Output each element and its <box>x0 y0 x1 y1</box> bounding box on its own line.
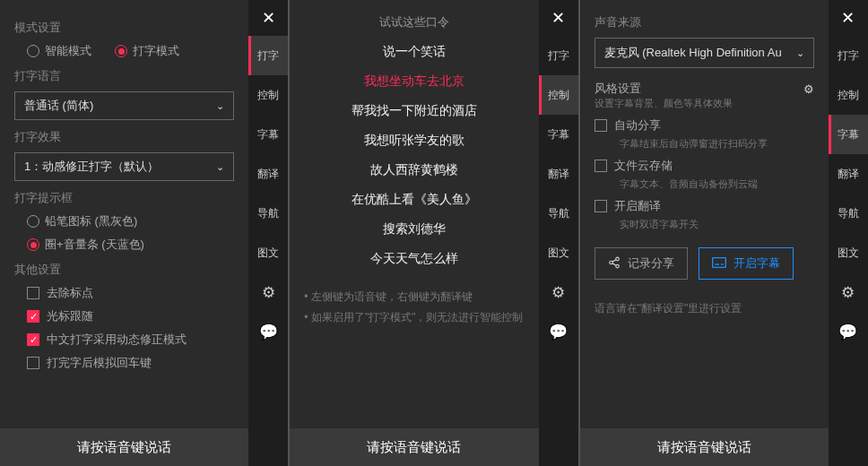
audio-source-select[interactable]: 麦克风 (Realtek High Definition Au⌄ <box>595 38 814 68</box>
checkbox-label: 光标跟随 <box>47 308 93 324</box>
commands-title: 试试这些口令 <box>304 14 524 30</box>
svg-line-4 <box>612 263 616 264</box>
tab-subtitle[interactable]: 字幕 <box>539 115 578 154</box>
radio-icon <box>27 45 39 57</box>
checkbox-label: 去除标点 <box>47 285 93 301</box>
radio-circle-hint[interactable]: 圈+音量条 (天蓝色) <box>27 237 234 253</box>
open-subtitle-button[interactable]: 开启字幕 <box>699 247 794 280</box>
hint-text: 左侧键为语音键，右侧键为翻译键 <box>304 287 524 307</box>
tab-subtitle[interactable]: 字幕 <box>829 115 868 154</box>
tab-nav[interactable]: 导航 <box>829 194 868 233</box>
chevron-down-icon: ⌄ <box>216 161 224 173</box>
button-label: 开启字幕 <box>733 255 780 272</box>
record-share-button[interactable]: 记录分享 <box>595 247 688 280</box>
tab-subtitle[interactable]: 字幕 <box>248 115 288 154</box>
radio-icon <box>115 45 127 57</box>
radio-label: 圈+音量条 (天蓝色) <box>45 237 144 253</box>
share-icon <box>608 256 621 272</box>
gear-icon: ⚙ <box>551 283 565 302</box>
style-settings-button[interactable]: ⚙ <box>803 82 814 96</box>
tab-control[interactable]: 控制 <box>539 75 578 115</box>
chat-icon: 💬 <box>549 323 568 341</box>
tab-control[interactable]: 控制 <box>248 75 288 115</box>
checkbox-label: 文件云存储 <box>614 158 673 174</box>
svg-point-2 <box>615 264 619 268</box>
close-button[interactable]: ✕ <box>539 0 578 36</box>
chevron-down-icon: ⌄ <box>796 47 804 59</box>
lang-section-title: 打字语言 <box>14 68 234 84</box>
checkbox-auto-share[interactable]: 自动分享 <box>595 117 814 134</box>
tab-nav[interactable]: 导航 <box>539 194 578 233</box>
tab-translate[interactable]: 翻译 <box>539 154 578 194</box>
svg-point-1 <box>609 261 612 264</box>
chat-button[interactable]: 💬 <box>248 312 288 351</box>
checkbox-icon: ✓ <box>27 333 39 346</box>
radio-icon <box>27 215 39 228</box>
mode-section-title: 模式设置 <box>14 20 234 36</box>
command-item: 帮我找一下附近的酒店 <box>304 103 524 119</box>
select-value: 麦克风 (Realtek High Definition Au <box>604 45 782 61</box>
hint-section-title: 打字提示框 <box>14 190 234 206</box>
command-item: 搜索刘德华 <box>304 221 524 237</box>
chat-button[interactable]: 💬 <box>829 312 868 351</box>
checkbox-remove-punct[interactable]: 去除标点 <box>14 285 234 301</box>
style-title: 风格设置 <box>595 81 641 97</box>
tab-translate[interactable]: 翻译 <box>248 154 288 194</box>
checkbox-cloud-storage[interactable]: 文件云存储 <box>595 158 814 174</box>
settings-button[interactable]: ⚙ <box>539 272 578 312</box>
command-item: 故人西辞黄鹤楼 <box>304 162 524 178</box>
footer-hint: 请按语音键说话 <box>580 428 829 466</box>
sidebar: ✕ 打字 控制 字幕 翻译 导航 图文 ⚙ 💬 <box>829 0 868 466</box>
tab-type[interactable]: 打字 <box>829 36 868 75</box>
checkbox-icon <box>595 119 607 132</box>
gear-icon: ⚙ <box>803 82 814 96</box>
settings-button[interactable]: ⚙ <box>829 272 868 312</box>
radio-smart-mode[interactable]: 智能模式 <box>27 43 91 59</box>
checkbox-icon: ✓ <box>27 310 39 323</box>
checkbox-cursor-follow[interactable]: ✓光标跟随 <box>14 308 234 324</box>
radio-label: 智能模式 <box>45 43 91 59</box>
gear-icon: ⚙ <box>262 283 275 302</box>
tab-image-text[interactable]: 图文 <box>248 233 288 272</box>
tab-type[interactable]: 打字 <box>539 36 578 75</box>
radio-pencil-hint[interactable]: 铅笔图标 (黑灰色) <box>27 213 234 229</box>
select-value: 1：动感修正打字（默认） <box>24 159 159 175</box>
tab-image-text[interactable]: 图文 <box>539 233 578 272</box>
cloud-sub: 字幕文本、音频自动备份到云端 <box>595 177 814 191</box>
settings-button[interactable]: ⚙ <box>248 272 288 312</box>
command-item: 我想听张学友的歌 <box>304 133 524 149</box>
translate-sub: 实时双语字幕开关 <box>595 218 814 231</box>
svg-line-3 <box>612 259 616 261</box>
tab-image-text[interactable]: 图文 <box>829 233 868 272</box>
radio-type-mode[interactable]: 打字模式 <box>115 43 179 59</box>
checkbox-dynamic-correct[interactable]: ✓中文打字采用动态修正模式 <box>14 332 234 348</box>
close-button[interactable]: ✕ <box>248 0 288 36</box>
select-value: 普通话 (简体) <box>24 98 93 114</box>
close-button[interactable]: ✕ <box>829 0 868 36</box>
tab-control[interactable]: 控制 <box>829 75 868 115</box>
chat-icon: 💬 <box>838 323 857 341</box>
tab-nav[interactable]: 导航 <box>248 194 288 233</box>
gear-icon: ⚙ <box>841 283 855 302</box>
command-item: 在优酷上看《美人鱼》 <box>304 192 524 208</box>
chevron-down-icon: ⌄ <box>216 100 224 112</box>
checkbox-enable-translate[interactable]: 开启翻译 <box>595 198 814 214</box>
tab-translate[interactable]: 翻译 <box>829 154 868 194</box>
tab-type[interactable]: 打字 <box>248 36 288 75</box>
command-item-highlight: 我想坐动车去北京 <box>304 73 524 90</box>
language-select[interactable]: 普通话 (简体)⌄ <box>14 91 234 120</box>
effect-select[interactable]: 1：动感修正打字（默认）⌄ <box>14 152 234 181</box>
checkbox-icon <box>27 357 39 369</box>
svg-point-0 <box>615 257 619 261</box>
checkbox-label: 打完字后模拟回车键 <box>47 355 152 371</box>
radio-label: 铅笔图标 (黑灰色) <box>45 213 137 229</box>
button-label: 记录分享 <box>628 255 674 272</box>
checkbox-icon <box>595 160 607 172</box>
checkbox-label: 自动分享 <box>614 117 661 134</box>
footer-hint: 请按语音键说话 <box>290 428 538 466</box>
chat-button[interactable]: 💬 <box>539 312 578 351</box>
style-subtitle: 设置字幕背景、颜色等具体效果 <box>595 97 814 110</box>
checkbox-enter-after[interactable]: 打完字后模拟回车键 <box>14 355 234 371</box>
command-item: 说一个笑话 <box>304 44 524 60</box>
translate-note: 语言请在"翻译设置"里进行设置 <box>595 301 814 316</box>
